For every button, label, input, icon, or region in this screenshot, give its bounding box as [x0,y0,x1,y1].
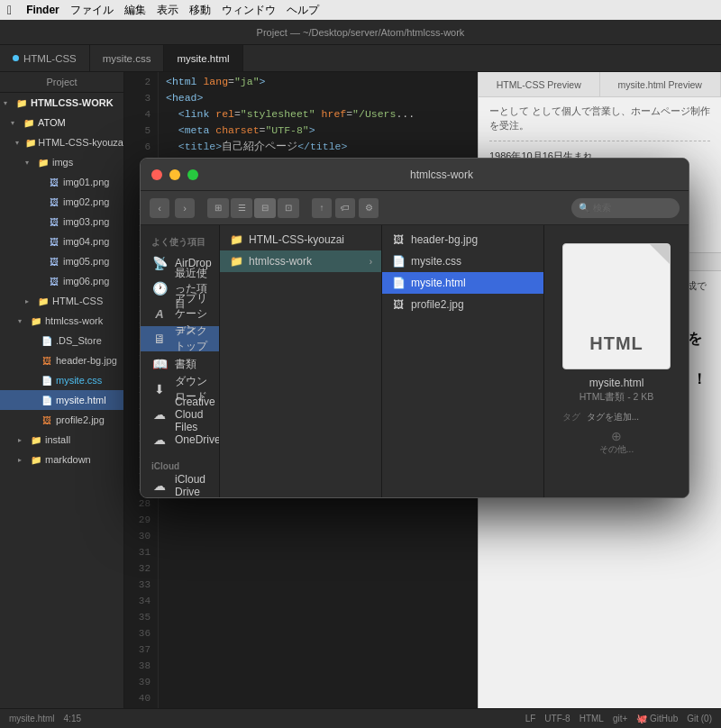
tree-label: ATOM [38,117,66,128]
tree-label: imgs [52,157,73,168]
finder-sidebar-documents[interactable]: 📖 書類 [141,351,219,377]
gallery-view-button[interactable]: ⊡ [278,198,299,218]
expand-arrow: ▸ [18,456,29,464]
tree-item-htmlcss-work-dir[interactable]: ▾ 📁 htmlcss-work [0,311,123,331]
tree-item-img05[interactable]: 🖼 img05.png [0,251,123,271]
file-preview-icon: HTML [562,243,671,369]
maximize-button[interactable] [187,169,198,180]
col-item-label: header-bg.jpg [411,233,478,246]
tree-item-mysite-html[interactable]: 📄 mysite.html [0,390,123,410]
tree-item-htmlcss-work[interactable]: ▾ 📁 HTMLCSS-WORK [0,93,123,113]
tree-label: HTML-CSS [52,296,103,306]
col-item-label: HTML-CSS-kyouzai [249,233,344,246]
icon-view-button[interactable]: ⊞ [207,198,229,218]
code-line [166,658,470,674]
finder-body: よく使う項目 📡 AirDrop 🕐 最近使った項目 A アプリケーション 🖥 … [141,225,689,497]
finder-sidebar-applications[interactable]: A アプリケーション [141,301,219,326]
search-placeholder: 検索 [593,202,611,214]
tab-html-css[interactable]: HTML-CSS [0,45,90,71]
expand-arrow: ▾ [11,119,22,127]
tree-label: img03.png [63,216,109,227]
finder-titlebar: htmlcss-work [141,159,689,191]
tree-item-profile2[interactable]: 🖼 profile2.jpg [0,410,123,430]
folder-icon: 📁 [14,96,29,109]
preview-other[interactable]: その他... [599,443,634,456]
forward-button[interactable]: › [175,198,195,218]
menu-go[interactable]: 移動 [189,3,211,18]
menu-file[interactable]: ファイル [70,3,114,18]
expand-arrow: ▾ [15,139,24,147]
finder-section-icloud: iCloud [141,458,219,473]
finder-col1-item-htmlcss-work[interactable]: 📁 htmlcss-work › [220,250,381,272]
tree-item-install[interactable]: ▸ 📁 install [0,430,123,450]
tree-item-html-css[interactable]: ▸ 📁 HTML-CSS [0,291,123,311]
back-button[interactable]: ‹ [150,198,169,218]
expand-arrow: ▾ [18,317,29,325]
tree-label: img02.png [63,196,109,207]
finder-sidebar-icloud-drive[interactable]: ☁ iCloud Drive [141,473,219,497]
tree-item-markdown[interactable]: ▸ 📁 markdown [0,450,123,469]
documents-icon: 📖 [151,356,168,372]
code-line [166,544,470,560]
preview-tab-mysite[interactable]: mysite.html Preview [600,72,722,96]
finder-sidebar-desktop[interactable]: 🖥 デスクトップ [141,326,219,351]
search-icon: 🔍 [579,203,589,213]
list-view-button[interactable]: ☰ [231,198,252,218]
tree-item-html-css-kyouza[interactable]: ▾ 📁 HTML-CSS-kyouza [0,132,123,152]
folder-icon: 📁 [229,232,243,247]
tags-add[interactable]: タグを追加... [587,412,639,422]
minimize-button[interactable] [169,169,180,180]
tree-item-img06[interactable]: 🖼 img06.png [0,271,123,291]
tree-label: mysite.css [56,375,102,386]
menu-help[interactable]: ヘルプ [287,3,319,18]
tree-item-atom[interactable]: ▾ 📁 ATOM [0,113,123,132]
finder-col2-mysite-css[interactable]: 📄 mysite.css [382,250,543,272]
tree-item-imgs[interactable]: ▾ 📁 imgs [0,152,123,172]
downloads-icon: ⬇ [151,381,168,397]
tree-item-ds-store[interactable]: 📄 .DS_Store [0,331,123,350]
png-icon: 🖼 [47,176,61,188]
tree-item-img01[interactable]: 🖼 img01.png [0,172,123,192]
finder-search[interactable]: 🔍 検索 [571,198,680,218]
code-line [166,577,470,593]
tree-item-img03[interactable]: 🖼 img03.png [0,212,123,232]
tab-mysite-html[interactable]: mysite.html [164,45,242,71]
menu-window[interactable]: ウィンドウ [222,3,276,18]
finder-sidebar-label: OneDrive [175,433,220,446]
action-button[interactable]: ⚙ [359,198,379,218]
menu-finder[interactable]: Finder [26,4,59,16]
img-icon: 🖼 [40,414,54,426]
preview-smiley: ⊕ [611,429,622,443]
column-view-button[interactable]: ⊟ [254,198,276,218]
folder-icon: 📁 [24,136,36,149]
tree-item-mysite-css[interactable]: 📄 mysite.css [0,370,123,390]
menu-view[interactable]: 表示 [157,3,178,18]
tree-item-img04[interactable]: 🖼 img04.png [0,232,123,251]
apple-menu[interactable]:  [7,3,12,17]
share-button[interactable]: ↑ [312,198,332,218]
close-button[interactable] [151,169,162,180]
preview-filename: mysite.html [589,377,644,389]
tab-label: mysite.css [103,53,151,64]
tree-label: img04.png [63,236,109,247]
finder-col2-profile2[interactable]: 🖼 profile2.jpg [382,294,543,315]
icloud-icon: ☁ [151,478,168,494]
tag-button[interactable]: 🏷 [335,198,355,218]
menu-edit[interactable]: 編集 [124,3,146,18]
preview-tab-html-css[interactable]: HTML-CSS Preview [479,72,600,96]
expand-arrow: ▾ [4,99,14,107]
finder-window: htmlcss-work ‹ › ⊞ ☰ ⊟ ⊡ ↑ 🏷 ⚙ 🔍 検索 よく使う… [140,158,689,498]
finder-col1-item-html-css[interactable]: 📁 HTML-CSS-kyouzai [220,229,381,250]
tree-item-header-bg[interactable]: 🖼 header-bg.jpg [0,350,123,370]
path-label: Project — ~/Desktop/server/Atom/htmlcss-… [257,27,465,38]
finder-col2-mysite-html[interactable]: 📄 mysite.html [382,272,543,294]
tree-item-img02[interactable]: 🖼 img02.png [0,192,123,212]
sidebar: Project ▾ 📁 HTMLCSS-WORK ▾ 📁 ATOM ▾ 📁 [0,72,124,708]
finder-col2-header-bg[interactable]: 🖼 header-bg.jpg [382,229,543,250]
finder-section-favorites: よく使う項目 [141,232,219,250]
finder-sidebar-creative-cloud[interactable]: ☁ Creative Cloud Files [141,402,219,427]
tab-mysite-css[interactable]: mysite.css [90,45,165,71]
editor-tabs: HTML-CSS mysite.css mysite.html [0,45,721,72]
css-icon: 📄 [40,374,54,387]
airdrop-icon: 📡 [151,255,168,271]
